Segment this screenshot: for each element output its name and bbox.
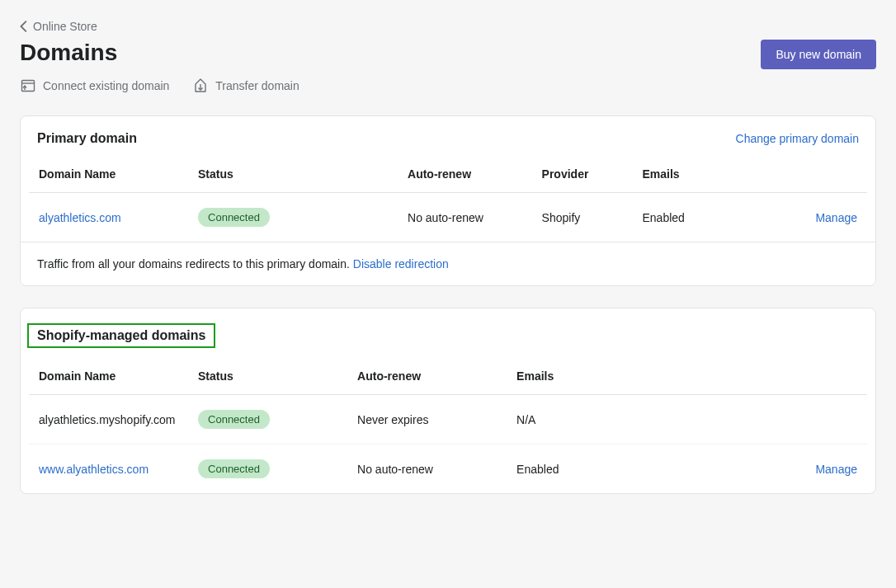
cell-emails: Enabled bbox=[507, 445, 758, 494]
col-header-autorenew: Auto-renew bbox=[347, 358, 507, 395]
cell-emails: Enabled bbox=[632, 193, 783, 242]
chevron-left-icon bbox=[20, 21, 28, 32]
transfer-domain-link[interactable]: Transfer domain bbox=[192, 78, 299, 94]
primary-domain-title: Primary domain bbox=[37, 131, 137, 146]
shopify-managed-title: Shopify-managed domains bbox=[37, 328, 205, 343]
status-badge: Connected bbox=[198, 410, 270, 429]
primary-domain-card: Primary domain Change primary domain Dom… bbox=[20, 115, 876, 286]
primary-domain-table: Domain Name Status Auto-renew Provider E… bbox=[29, 156, 867, 242]
connect-domain-icon bbox=[20, 78, 36, 94]
cell-emails: N/A bbox=[507, 395, 758, 445]
manage-link[interactable]: Manage bbox=[815, 463, 857, 476]
primary-domain-footer: Traffic from all your domains redirects … bbox=[21, 242, 875, 285]
cell-autorenew: No auto-renew bbox=[347, 445, 507, 494]
connect-existing-domain-label: Connect existing domain bbox=[43, 79, 169, 92]
col-header-status: Status bbox=[188, 156, 398, 193]
disable-redirection-link[interactable]: Disable redirection bbox=[353, 257, 449, 270]
col-header-autorenew: Auto-renew bbox=[398, 156, 532, 193]
col-header-name: Domain Name bbox=[29, 156, 188, 193]
manage-link[interactable]: Manage bbox=[815, 211, 857, 224]
footer-text: Traffic from all your domains redirects … bbox=[37, 257, 353, 270]
table-row: www.alyathletics.com Connected No auto-r… bbox=[29, 445, 867, 494]
shopify-managed-table: Domain Name Status Auto-renew Emails aly… bbox=[29, 358, 867, 493]
status-badge: Connected bbox=[198, 459, 270, 478]
cell-autorenew: No auto-renew bbox=[398, 193, 532, 242]
transfer-domain-icon bbox=[192, 78, 209, 94]
col-header-emails: Emails bbox=[632, 156, 783, 193]
cell-provider: Shopify bbox=[532, 193, 633, 242]
col-header-name: Domain Name bbox=[29, 358, 188, 395]
change-primary-domain-link[interactable]: Change primary domain bbox=[736, 132, 859, 145]
breadcrumb[interactable]: Online Store bbox=[20, 20, 97, 33]
transfer-domain-label: Transfer domain bbox=[215, 79, 299, 92]
table-row: alyathletics.com Connected No auto-renew… bbox=[29, 193, 867, 242]
svg-rect-0 bbox=[22, 81, 35, 92]
col-header-emails: Emails bbox=[507, 358, 758, 395]
table-row: alyathletics.myshopify.com Connected Nev… bbox=[29, 395, 867, 445]
highlight-box: Shopify-managed domains bbox=[27, 323, 215, 348]
breadcrumb-label: Online Store bbox=[33, 20, 97, 33]
cell-autorenew: Never expires bbox=[347, 395, 507, 445]
domain-name-link[interactable]: www.alyathletics.com bbox=[39, 463, 149, 476]
status-badge: Connected bbox=[198, 208, 270, 227]
shopify-managed-domains-card: Shopify-managed domains Domain Name Stat… bbox=[20, 308, 876, 494]
domain-name-link[interactable]: alyathletics.com bbox=[39, 211, 121, 224]
domain-name-text: alyathletics.myshopify.com bbox=[29, 395, 188, 445]
col-header-status: Status bbox=[188, 358, 347, 395]
buy-new-domain-button[interactable]: Buy new domain bbox=[761, 40, 876, 69]
col-header-provider: Provider bbox=[532, 156, 633, 193]
connect-existing-domain-link[interactable]: Connect existing domain bbox=[20, 78, 169, 94]
page-title: Domains bbox=[20, 40, 299, 66]
